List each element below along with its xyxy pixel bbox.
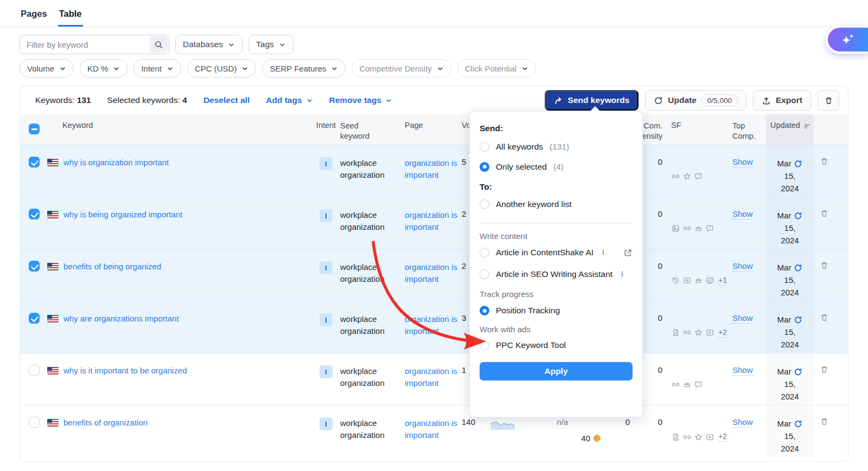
page-link[interactable]: organization is important	[405, 313, 459, 337]
radio-position-tracking[interactable]	[480, 306, 489, 315]
filter-chip-serp-features[interactable]: SERP Features	[262, 59, 346, 78]
show-link[interactable]: Show	[732, 313, 753, 324]
page-cell: organization is important	[398, 249, 461, 301]
row-checkbox[interactable]	[29, 157, 40, 167]
keyword-link[interactable]: why are organizations important	[63, 313, 179, 324]
serp-features-cell: +2	[671, 405, 732, 457]
keyword-link[interactable]: why is it important to be organized	[63, 365, 187, 376]
sf-more-link[interactable]: +1	[718, 276, 727, 286]
radio-contentshake[interactable]	[480, 248, 489, 257]
row-delete-button[interactable]	[814, 197, 835, 249]
refresh-row-icon[interactable]	[794, 211, 802, 220]
info-icon[interactable]: i	[602, 249, 604, 256]
header-sf[interactable]: SF	[671, 114, 732, 145]
us-flag-icon	[47, 211, 59, 218]
radio-only-selected[interactable]	[480, 162, 489, 172]
option-position-tracking[interactable]: Position Tracking	[480, 300, 633, 321]
add-tags-dropdown[interactable]: Add tags	[266, 95, 312, 105]
intent-badge: I	[320, 417, 333, 430]
delete-selected-button[interactable]	[818, 90, 839, 111]
header-updated[interactable]: Updated	[766, 114, 814, 145]
keyword-cell: why is being organized important	[47, 197, 312, 249]
radio-another-list[interactable]	[480, 199, 489, 209]
row-checkbox[interactable]	[29, 313, 40, 324]
header-keyword[interactable]: Keyword	[47, 114, 312, 145]
option-only-selected[interactable]: Only selected (4)	[480, 157, 633, 177]
header-seed-keyword[interactable]: Seed keyword	[340, 114, 398, 145]
row-checkbox[interactable]	[29, 261, 40, 272]
search-button[interactable]	[150, 36, 168, 53]
filter-chip-tags[interactable]: Tags	[248, 35, 293, 54]
export-button[interactable]: Export	[753, 90, 811, 111]
option-all-keywords[interactable]: All keywords (131)	[480, 137, 633, 157]
option-ppc-keyword-tool[interactable]: PPC Keyword Tool	[480, 335, 633, 356]
page-link[interactable]: organization is important	[405, 157, 459, 181]
page-link[interactable]: organization is important	[405, 365, 459, 389]
row-checkbox[interactable]	[29, 417, 40, 428]
sf-more-link[interactable]: +2	[718, 328, 727, 338]
row-delete-button[interactable]	[814, 301, 835, 353]
row-checkbox[interactable]	[29, 365, 40, 376]
header-intent[interactable]: Intent	[312, 114, 340, 145]
keyword-link[interactable]: benefits of being organized	[63, 261, 161, 272]
row-spacer	[835, 301, 848, 353]
show-link[interactable]: Show	[732, 261, 753, 272]
option-seo-writing-assistant[interactable]: Article in SEO Writing Assistant i	[480, 263, 633, 285]
chevron-down-icon	[279, 41, 286, 48]
apply-button[interactable]: Apply	[480, 362, 633, 380]
select-all-checkbox[interactable]	[29, 124, 40, 134]
sf-more-link[interactable]: +2	[718, 432, 727, 442]
refresh-row-icon[interactable]	[794, 367, 802, 376]
tab-table[interactable]: Table	[58, 1, 83, 27]
header-actions	[814, 114, 835, 145]
row-checkbox[interactable]	[29, 209, 40, 220]
show-link[interactable]: Show	[732, 209, 753, 220]
tab-pages[interactable]: Pages	[20, 1, 48, 27]
show-link[interactable]: Show	[732, 365, 753, 376]
keyword-filter-input[interactable]	[20, 35, 145, 54]
option-contentshake[interactable]: Article in ContentShake AI i	[480, 242, 633, 263]
filter-chip-databases[interactable]: Databases	[175, 35, 242, 54]
deselect-all-link[interactable]: Deselect all	[203, 95, 250, 105]
keyword-link[interactable]: why is organization important	[63, 157, 169, 168]
ai-assistant-button[interactable]	[826, 25, 868, 54]
radio-ppc-tool[interactable]	[480, 340, 489, 350]
external-link-icon[interactable]	[623, 248, 633, 257]
info-icon[interactable]: i	[621, 270, 623, 278]
radio-all-keywords[interactable]	[480, 142, 489, 152]
update-button[interactable]: Update 0/5,000	[645, 90, 746, 111]
row-delete-button[interactable]	[814, 353, 835, 405]
header-top-comp[interactable]: TopComp.	[732, 114, 766, 145]
option-another-keyword-list[interactable]: Another keyword list	[480, 194, 633, 214]
action-bar: Keywords: 131 Selected keywords: 4 Desel…	[20, 86, 848, 114]
refresh-row-icon[interactable]	[794, 263, 802, 272]
keyword-link[interactable]: benefits of organization	[63, 417, 148, 428]
keyword-link[interactable]: why is being organized important	[63, 209, 182, 220]
row-delete-button[interactable]	[814, 145, 835, 197]
top-comp-cell: Show	[732, 249, 766, 301]
filter-chip-volume[interactable]: Volume	[20, 59, 74, 78]
filter-chip-intent[interactable]: Intent	[133, 59, 181, 78]
remove-tags-dropdown[interactable]: Remove tags	[329, 95, 392, 105]
page-link[interactable]: organization is important	[405, 261, 459, 285]
show-link[interactable]: Show	[732, 417, 753, 428]
row-spacer	[835, 353, 848, 405]
row-delete-button[interactable]	[814, 405, 835, 457]
show-link[interactable]: Show	[732, 157, 753, 167]
radio-seo-assistant[interactable]	[480, 269, 489, 279]
send-keywords-button[interactable]: Send keywords	[545, 90, 639, 111]
page-link[interactable]: organization is important	[405, 209, 459, 233]
refresh-row-icon[interactable]	[794, 159, 802, 168]
intent-badge: I	[320, 261, 333, 274]
row-delete-button[interactable]	[814, 249, 835, 301]
refresh-row-icon[interactable]	[794, 420, 802, 428]
refresh-row-icon[interactable]	[794, 315, 802, 324]
filter-chip-competitive-density[interactable]: Competitive Density	[352, 59, 451, 78]
history-icon	[671, 276, 680, 285]
filter-chip-click-potential[interactable]: Click Potential	[457, 59, 536, 78]
header-page[interactable]: Page	[398, 114, 461, 145]
filter-chip-kd-[interactable]: KD %	[80, 59, 127, 78]
filter-chip-cpc-usd-[interactable]: CPC (USD)	[187, 59, 257, 78]
page-link[interactable]: organization is important	[405, 417, 459, 441]
star-icon	[694, 328, 703, 337]
